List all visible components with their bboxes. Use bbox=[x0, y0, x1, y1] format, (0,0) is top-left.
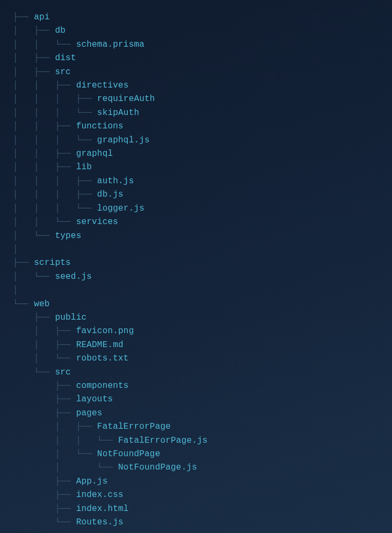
file-tree: ├── api│ ├── db│ │ └── schema.prisma│ ├─… bbox=[0, 0, 392, 529]
tree-branch-icon: │ │ │ ├── bbox=[13, 190, 97, 199]
tree-row: │ │ │ ├── requireAuth bbox=[13, 92, 392, 106]
tree-node-label: lib bbox=[76, 162, 92, 172]
tree-node-label: NotFoundPage.js bbox=[118, 463, 197, 472]
tree-node-label: components bbox=[76, 381, 129, 391]
tree-node-label: App.js bbox=[76, 477, 108, 486]
tree-branch-icon: │ │ │ └── bbox=[13, 108, 97, 118]
tree-node-label: graphql.js bbox=[97, 135, 150, 145]
tree-branch-icon: │ │ │ ├── bbox=[13, 94, 97, 104]
tree-branch-icon: │ │ ├── bbox=[13, 81, 76, 90]
tree-branch-icon: │ ├── bbox=[13, 67, 55, 77]
tree-node-label: scripts bbox=[34, 258, 71, 268]
tree-node-label: api bbox=[34, 12, 49, 22]
tree-row: │ │ └── FatalErrorPage.js bbox=[13, 434, 392, 448]
tree-branch-icon: │ └── bbox=[13, 449, 97, 459]
tree-branch-icon: ├── bbox=[13, 313, 55, 322]
tree-branch-icon: ├── bbox=[13, 12, 34, 22]
tree-node-label: robots.txt bbox=[76, 354, 129, 363]
tree-row: ├── components bbox=[13, 379, 392, 393]
tree-row: │ │ ├── lib bbox=[13, 161, 392, 174]
tree-node-label: favicon.png bbox=[76, 326, 134, 336]
tree-branch-icon: ├── bbox=[13, 394, 76, 404]
tree-node-label: requireAuth bbox=[97, 94, 155, 104]
tree-row: ├── index.html bbox=[13, 502, 392, 516]
tree-node-label: graphql bbox=[76, 149, 113, 159]
tree-node-label: types bbox=[55, 231, 81, 241]
tree-row: │ bbox=[13, 243, 392, 256]
tree-row: └── src bbox=[13, 366, 392, 379]
tree-row: │ └── seed.js bbox=[13, 270, 392, 284]
tree-row: │ ├── db bbox=[13, 24, 392, 38]
tree-row: │ │ └── schema.prisma bbox=[13, 38, 392, 52]
tree-branch-icon: ├── bbox=[13, 490, 76, 500]
tree-node-label: public bbox=[55, 313, 86, 322]
tree-branch-icon: │ │ ├── bbox=[13, 162, 76, 172]
tree-branch-icon: │ │ │ └── bbox=[13, 135, 97, 145]
tree-node-label: db bbox=[55, 26, 66, 35]
tree-node-label: layouts bbox=[76, 394, 113, 404]
tree-branch-icon: │ ├── bbox=[13, 326, 76, 336]
tree-node-label: logger.js bbox=[97, 204, 144, 213]
tree-branch-icon: └── bbox=[13, 368, 55, 377]
tree-row: ├── layouts bbox=[13, 393, 392, 406]
tree-row: │ │ │ ├── db.js bbox=[13, 188, 392, 201]
tree-node-label: web bbox=[34, 299, 49, 309]
tree-row: │ │ ├── functions bbox=[13, 120, 392, 133]
tree-node-label: index.html bbox=[76, 504, 129, 514]
tree-row: │ │ │ └── skipAuth bbox=[13, 106, 392, 120]
tree-branch-icon: │ └── bbox=[13, 272, 55, 282]
tree-branch-icon: │ └── bbox=[13, 231, 55, 241]
tree-row: │ │ ├── graphql bbox=[13, 147, 392, 161]
tree-branch-icon: │ ├── bbox=[13, 422, 97, 431]
tree-branch-icon: │ │ │ ├── bbox=[13, 176, 97, 186]
tree-row: └── Routes.js bbox=[13, 516, 392, 529]
tree-row: │ ├── README.md bbox=[13, 338, 392, 352]
tree-node-label: src bbox=[55, 368, 70, 377]
tree-node-label: auth.js bbox=[97, 176, 134, 186]
tree-row: ├── public bbox=[13, 311, 392, 325]
tree-node-label: src bbox=[55, 67, 70, 77]
tree-row: │ ├── src bbox=[13, 66, 392, 79]
tree-branch-icon: ├── bbox=[13, 258, 34, 268]
tree-node-label: services bbox=[76, 217, 118, 227]
tree-row: │ ├── favicon.png bbox=[13, 325, 392, 338]
tree-node-label: schema.prisma bbox=[76, 40, 144, 49]
tree-row: │ │ └── services bbox=[13, 215, 392, 229]
tree-branch-icon: │ └── bbox=[13, 354, 76, 363]
tree-row: │ ├── FatalErrorPage bbox=[13, 420, 392, 434]
tree-branch-icon: │ │ └── bbox=[13, 217, 76, 227]
tree-row: │ └── NotFoundPage.js bbox=[13, 461, 392, 474]
tree-node-label: FatalErrorPage bbox=[97, 422, 171, 431]
tree-node-label: Routes.js bbox=[76, 517, 124, 527]
tree-row: └── web bbox=[13, 298, 392, 311]
tree-branch-icon: │ ├── bbox=[13, 340, 76, 350]
tree-node-label: FatalErrorPage.js bbox=[118, 436, 208, 445]
tree-row: ├── pages bbox=[13, 407, 392, 420]
tree-node-label: README.md bbox=[76, 340, 124, 350]
tree-row: │ │ ├── directives bbox=[13, 79, 392, 92]
tree-row: │ ├── dist bbox=[13, 52, 392, 65]
tree-branch-icon: │ bbox=[13, 244, 18, 254]
tree-node-label: functions bbox=[76, 121, 124, 131]
tree-branch-icon: │ │ └── bbox=[13, 436, 118, 445]
tree-node-label: pages bbox=[76, 408, 103, 418]
tree-branch-icon: │ │ │ └── bbox=[13, 204, 97, 213]
tree-node-label: dist bbox=[55, 53, 76, 63]
tree-row: │ │ │ └── logger.js bbox=[13, 202, 392, 215]
tree-row: ├── App.js bbox=[13, 475, 392, 488]
tree-row: │ │ │ ├── auth.js bbox=[13, 175, 392, 188]
tree-branch-icon: │ ├── bbox=[13, 26, 55, 35]
tree-row: │ bbox=[13, 284, 392, 297]
tree-node-label: seed.js bbox=[55, 272, 92, 282]
tree-node-label: NotFoundPage bbox=[97, 449, 161, 459]
tree-node-label: index.css bbox=[76, 490, 124, 500]
tree-branch-icon: └── bbox=[13, 299, 34, 309]
tree-branch-icon: ├── bbox=[13, 381, 76, 391]
tree-branch-icon: │ ├── bbox=[13, 53, 55, 63]
tree-branch-icon: │ │ └── bbox=[13, 40, 76, 49]
tree-branch-icon: │ bbox=[13, 285, 18, 295]
tree-row: │ └── NotFoundPage bbox=[13, 448, 392, 461]
tree-branch-icon: ├── bbox=[13, 504, 76, 514]
tree-branch-icon: ├── bbox=[13, 477, 76, 486]
tree-branch-icon: └── bbox=[13, 517, 76, 527]
